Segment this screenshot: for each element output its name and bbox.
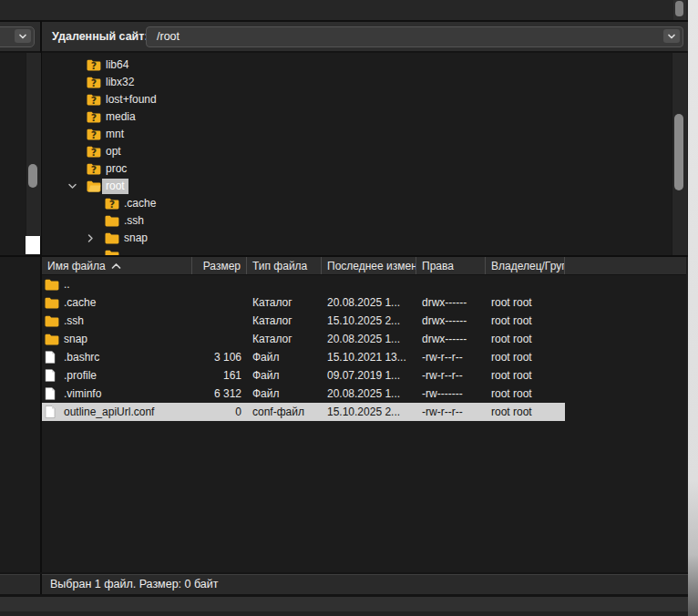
file-row-.bashrc[interactable]: .bashrc3 106Файл15.10.2021 13...-rw-r--r… [42,348,565,366]
tree-item-proc[interactable]: ?proc [42,160,686,178]
file-owner-cell: root root [486,387,565,400]
folder-question-icon: ? [87,146,101,158]
chevron-right-icon[interactable] [85,233,96,244]
svg-text:?: ? [91,60,97,71]
folder-icon [105,232,119,244]
file-name-cell: .ssh [42,314,192,327]
file-name-cell: .. [42,278,192,291]
tree-item-.cache[interactable]: ?.cache [42,195,686,212]
remote-path-dropdown-button[interactable] [663,29,680,43]
file-icon [45,369,59,382]
file-list-rows: ...cacheКаталог20.08.2025 1...drwx------… [42,275,686,421]
folder-question-icon: ? [87,128,101,140]
file-owner-cell: root root [486,369,565,382]
local-path-combobox-partial[interactable] [0,26,35,47]
remote-path-value: /root [157,27,180,46]
column-header-6[interactable]: Владелец/Груп [486,257,565,274]
file-name-cell: .bashrc [42,351,192,364]
tree-item-label: mnt [102,127,128,142]
tree-item-label: root [102,179,128,194]
file-modified-cell: 20.08.2025 1... [322,387,416,400]
local-tree-scrollbar[interactable] [26,53,41,236]
tree-item-snap[interactable]: snap [42,230,686,247]
column-header-label: Тип файла [252,258,307,274]
file-type-cell: Файл [247,351,322,364]
file-row-.ssh[interactable]: .sshКаталог15.10.2025 2...drwx------root… [42,312,565,330]
column-header-4[interactable]: Последнее измен [322,257,416,274]
tree-item-lib64[interactable]: ?lib64 [42,56,686,74]
remote-directory-tree: ?lib64?libx32?lost+found?media?mnt?opt?p… [42,53,686,255]
message-log-scrollbar-thumb[interactable] [675,1,683,16]
file-name-cell: snap [42,333,192,345]
file-row-.viminfo[interactable]: .viminfo6 312Файл20.08.2025 1...-rw-----… [42,385,565,403]
tree-item-libx32[interactable]: ?libx32 [42,74,686,91]
file-name-text: .profile [64,369,97,382]
file-modified-cell: 09.07.2019 1... [322,369,416,382]
folder-icon [45,314,59,327]
folder-open-icon [87,180,101,192]
file-icon [45,351,59,364]
tree-item-label: snap [120,231,151,246]
file-type-cell: Каталог [247,296,322,309]
file-name-text: .. [64,278,70,291]
file-name-cell: .profile [42,369,192,382]
file-row-.profile[interactable]: .profile161Файл09.07.2019 1...-rw-r--r--… [42,366,565,385]
tree-item-.ssh[interactable]: .ssh [42,212,686,230]
column-header-label: Размер [203,258,241,274]
file-row-snap[interactable]: snapКаталог20.08.2025 1...drwx------root… [42,330,565,348]
remote-status-bar: Выбран 1 файл. Размер: 0 байт [42,574,688,595]
remote-path-combobox[interactable]: /root [146,26,683,47]
file-size-cell: 3 106 [192,351,247,364]
tree-item-lost+found[interactable]: ?lost+found [42,91,686,108]
file-row-..[interactable]: .. [42,275,565,293]
file-name-text: snap [64,333,87,345]
folder-question-icon: ? [87,163,101,175]
file-name-text: outline_apiUrl.conf [64,406,154,418]
file-perms-cell: -rw-r--r-- [416,351,486,364]
window-right-edge [688,0,698,616]
tree-item-label: libx32 [102,75,138,90]
tree-item-mnt[interactable]: ?mnt [42,126,686,143]
file-owner-cell: root root [486,351,565,364]
sort-ascending-icon [111,262,121,270]
file-row-.cache[interactable]: .cacheКаталог20.08.2025 1...drwx------ro… [42,293,565,312]
tree-item-clipped[interactable] [42,247,686,255]
svg-text:?: ? [91,129,97,140]
file-name-text: .bashrc [64,351,99,364]
file-name-text: .viminfo [64,387,101,400]
file-type-cell: Файл [247,387,322,400]
file-modified-cell: 15.10.2025 2... [322,406,416,418]
file-icon [45,406,59,418]
file-type-cell: Каталог [247,333,322,345]
column-header-2[interactable]: Размер [192,257,247,274]
folder-question-icon: ? [87,111,101,123]
local-tree-scrollbar-thumb[interactable] [28,164,37,188]
file-type-cell: conf-файл [247,406,322,418]
chevron-down-icon [667,30,676,43]
column-header-3[interactable]: Тип файла [247,257,322,274]
remote-file-list: Имя файлаРазмерТип файлаПоследнее изменП… [42,257,686,572]
tree-item-label: proc [102,161,130,177]
tree-item-root[interactable]: root [42,178,686,195]
column-header-filler [565,257,686,274]
tree-item-opt[interactable]: ?opt [42,143,686,160]
tree-item-label: .cache [120,196,159,211]
svg-text:?: ? [91,95,97,106]
chevron-down-icon[interactable] [67,181,77,192]
column-header-5[interactable]: Права [416,257,486,274]
tree-item-label: lib64 [102,57,132,73]
local-path-dropdown-button[interactable] [15,29,31,43]
window-bottom-edge [0,611,688,616]
file-icon [45,387,59,400]
file-owner-cell: root root [486,333,565,345]
file-type-cell: Файл [247,369,322,382]
folder-icon [45,296,59,309]
remote-tree-scrollbar-thumb[interactable] [674,114,683,190]
transfer-queue-pane-partial [0,597,688,611]
tree-item-media[interactable]: ?media [42,108,686,126]
tree-item-label: opt [102,144,125,159]
column-header-1[interactable]: Имя файла [42,257,192,274]
file-perms-cell: -rw------- [416,387,486,400]
file-row-outline_apiUrl.conf[interactable]: outline_apiUrl.conf0conf-файл15.10.2025 … [42,403,565,421]
svg-text:?: ? [91,112,97,123]
